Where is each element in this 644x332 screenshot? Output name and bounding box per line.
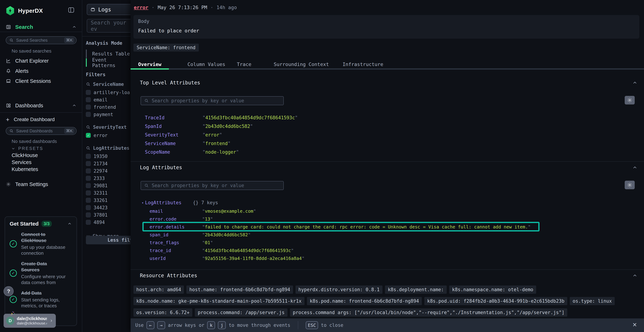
resource-attribute-chip[interactable]: k8s.namespace.name: otel-demo (449, 286, 536, 294)
filter-option[interactable]: 19350 (86, 152, 130, 160)
checkbox[interactable] (86, 212, 91, 217)
attribute-value[interactable]: "failed to charge card: could not charge… (202, 224, 530, 230)
service-name-chip[interactable]: ServiceName: frontend (134, 44, 199, 52)
attribute-key[interactable]: error.code (150, 216, 202, 222)
attribute-key[interactable]: span_id (150, 232, 202, 237)
attribute-value[interactable]: "2b43d0c4dd6bc582" (202, 232, 250, 237)
sidebar-item-chart-explorer[interactable]: Chart Explorer (6, 58, 76, 64)
resource-attribute-chip[interactable]: k8s.deployment.name: (385, 286, 447, 294)
right-arrow-key[interactable]: → (157, 321, 165, 329)
checkbox[interactable] (86, 176, 91, 181)
checkbox[interactable] (86, 161, 91, 166)
get-started-header[interactable]: Get Started 3/3 (10, 221, 72, 227)
attribute-key[interactable]: error.details (150, 224, 202, 230)
log-attributes-search-input[interactable]: Search properties by key or value (140, 181, 284, 190)
resource-attribute-chip[interactable]: k8s.node.name: gke-pme-k8s-standard-main… (134, 297, 304, 305)
attribute-value[interactable]: "vmoses@example.com" (202, 208, 256, 214)
presets-toggle[interactable]: PRESETS (11, 146, 43, 151)
checkbox[interactable] (86, 112, 91, 117)
tab-column-values[interactable]: Column Values (188, 62, 225, 67)
checkbox[interactable] (86, 220, 91, 225)
attribute-key[interactable]: ServiceName (145, 141, 202, 146)
sidebar-section-dashboards[interactable]: Dashboards (6, 102, 76, 109)
checkbox[interactable] (86, 105, 91, 110)
analysis-mode-option[interactable]: Event Patterns (86, 58, 130, 67)
sidebar-preset-services[interactable]: Services (12, 160, 38, 165)
checkbox[interactable] (86, 168, 91, 173)
tab-trace[interactable]: Trace (237, 62, 251, 67)
sidebar-preset-kubernetes[interactable]: Kubernetes (12, 166, 38, 172)
sidebar-item-client-sessions[interactable]: Client Sessions (6, 78, 76, 84)
checkbox-checked[interactable]: ✓ (86, 133, 91, 138)
tab-surrounding-context[interactable]: Surrounding Context (274, 62, 329, 67)
attribute-key[interactable]: trace_id (150, 248, 202, 253)
filter-option[interactable]: 21734 (86, 160, 130, 167)
severity-badge[interactable]: error (134, 5, 148, 10)
resource-attribute-chip[interactable]: os.version: 6.6.72+ (134, 308, 192, 316)
get-started-item[interactable]: ✓Create Data SourcesConfigure where your… (10, 261, 72, 286)
tab-infrastructure[interactable]: Infrastructure (342, 62, 383, 67)
sidebar-item-alerts[interactable]: Alerts (6, 68, 76, 74)
resource-attribute-chip[interactable]: k8s.pod.name: frontend-6b6c8d7bfd-ng894 (307, 297, 422, 305)
resource-attribute-chip[interactable]: process.command: /app/server.js (195, 308, 287, 316)
attribute-value[interactable]: "4156d3fbc40a64854d9dc7f68641593c" (202, 115, 298, 120)
resource-attribute-chip[interactable]: host.name: frontend-6b6c8d7bfd-ng894 (186, 286, 293, 294)
sidebar-collapse-icon[interactable] (68, 7, 74, 13)
top-level-search-input[interactable]: Search properties by key or value (140, 96, 284, 105)
resource-attribute-chip[interactable]: k8s.pod.uid: f284fb2d-a0b3-4634-991b-e2c… (424, 297, 567, 305)
checkbox[interactable] (86, 198, 91, 203)
sidebar-section-search[interactable]: Search (6, 24, 76, 30)
filter-option[interactable]: ✓error (86, 132, 130, 139)
filter-option[interactable]: 22974 (86, 167, 130, 174)
sidebar-preset-clickhouse[interactable]: ClickHouse (12, 152, 38, 158)
chevron-up-icon[interactable] (67, 222, 72, 226)
get-started-item[interactable]: ✓Connect to ClickHouseSet up your databa… (10, 232, 72, 256)
chevron-up-icon[interactable] (72, 103, 76, 108)
attribute-value[interactable]: "2b43d0c4dd6bc582" (202, 124, 253, 129)
checkbox[interactable] (86, 190, 91, 195)
column-settings-button[interactable] (625, 96, 635, 104)
attribute-value[interactable]: "4156d3fbc40a64854d9dc7f68641593c" (202, 248, 294, 253)
attribute-key[interactable]: userId (150, 256, 202, 261)
attribute-value[interactable]: "13" (202, 216, 213, 222)
user-menu[interactable]: D dale@clickhouse.com dale@clickhouse.co… (4, 314, 56, 328)
filter-option[interactable]: artillery-loa (86, 89, 130, 96)
k-key[interactable]: k (207, 321, 215, 329)
attribute-value[interactable]: "01" (202, 240, 213, 245)
resource-attribute-chip[interactable]: hyperdx.distro.version: 0.8.1 (296, 286, 382, 294)
saved-searches-input[interactable]: Saved Searches ⌘K (6, 36, 76, 44)
j-key[interactable]: j (218, 321, 226, 329)
tab-overview[interactable]: Overview (138, 62, 161, 67)
collapse-section-icon[interactable] (632, 273, 638, 278)
collapse-section-icon[interactable] (632, 165, 638, 170)
checkbox[interactable] (86, 205, 91, 210)
attribute-key[interactable]: trace_flags (150, 240, 202, 245)
resource-attribute-chip[interactable]: os.type: linux (570, 297, 615, 305)
attribute-value[interactable]: "error" (202, 132, 222, 138)
filter-option[interactable]: 32311 (86, 189, 130, 196)
checkbox[interactable] (86, 90, 91, 95)
left-arrow-key[interactable]: ← (146, 321, 154, 329)
filter-option[interactable]: email (86, 96, 130, 104)
filter-option[interactable]: 33261 (86, 196, 130, 204)
attribute-value[interactable]: "92a55156-39a4-11f0-8ddd-a2eca416a8a4" (202, 256, 304, 261)
checkbox[interactable] (86, 97, 91, 102)
checkbox[interactable] (86, 183, 91, 188)
filter-option[interactable]: 4894 (86, 218, 130, 226)
log-attributes-tree-root[interactable]: ▾ LogAttributes {} 7 keys (142, 200, 218, 205)
attribute-value[interactable]: "node-logger" (202, 149, 239, 155)
chevron-up-icon[interactable] (72, 25, 76, 29)
attribute-key[interactable]: SeverityText (145, 132, 202, 138)
resource-attribute-chip[interactable]: host.arch: amd64 (134, 286, 184, 294)
get-started-item[interactable]: ✓Add DataStart sending logs, metrics, or… (10, 290, 72, 309)
help-button[interactable]: ? (4, 286, 14, 296)
filter-option[interactable]: 37801 (86, 211, 130, 218)
source-selector[interactable]: Logs (87, 4, 130, 15)
checkbox[interactable] (86, 154, 91, 159)
close-icon[interactable]: × (632, 321, 637, 328)
column-settings-button[interactable] (625, 181, 635, 189)
filter-option[interactable]: 2333 (86, 174, 130, 182)
event-search-input[interactable]: Search your ev (87, 19, 130, 32)
filter-option[interactable]: 29081 (86, 182, 130, 189)
filter-option[interactable]: frontend (86, 104, 130, 111)
